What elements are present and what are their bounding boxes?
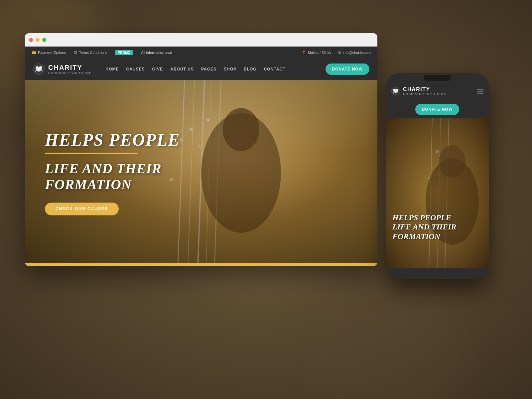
hero-subtitle: LIFE AND THEIR FORMATION	[45, 161, 180, 193]
desktop-browser: 💳 Payment Options ☑ Terms Conditions PRO…	[25, 33, 377, 266]
svg-point-7	[199, 145, 200, 147]
mobile-logo-title: CHARITY	[403, 86, 447, 92]
mobile-donate-button[interactable]: DONATE NOW	[415, 104, 459, 115]
top-info-bar: 💳 Payment Options ☑ Terms Conditions PRO…	[25, 47, 377, 59]
email-item: ✉ info@charity.com	[338, 51, 371, 55]
hero-underline-decoration	[45, 153, 138, 154]
hero-title-line3: FORMATION	[45, 177, 180, 193]
browser-chrome	[25, 33, 377, 47]
terms-conditions-item[interactable]: ☑ Terms Conditions	[74, 51, 107, 55]
nav-blog[interactable]: BLOG	[243, 66, 257, 73]
hero-title-line2: LIFE AND THEIR	[45, 161, 180, 177]
mobile-hero-svg	[386, 118, 489, 268]
mobile-logo-subtitle: NONPROFIT WP THEME	[403, 92, 447, 96]
payment-options-label: Payment Options	[38, 51, 66, 55]
hamburger-menu[interactable]	[477, 89, 483, 93]
hero-content: HELPS PEOPLE LIFE AND THEIR FORMATION CH…	[45, 130, 180, 215]
logo-text: CHARITY NONPROFIT WP THEME	[48, 64, 92, 75]
credit-card-icon: 💳	[32, 51, 36, 55]
location-text: Malibu 453 blv	[308, 51, 332, 55]
logo-title: CHARITY	[48, 64, 92, 71]
nav-pages[interactable]: PAGES	[200, 66, 217, 73]
hero-title-line1: HELPS PEOPLE	[45, 130, 180, 149]
hamburger-line-2	[477, 91, 483, 91]
terms-conditions-label: Terms Conditions	[79, 51, 107, 55]
browser-fullscreen-dot[interactable]	[42, 38, 46, 42]
svg-point-14	[223, 108, 259, 151]
nav-home[interactable]: HOME	[105, 66, 120, 73]
promo-badge: PROMO	[115, 50, 133, 55]
logo[interactable]: CHARITY NONPROFIT WP THEME	[33, 63, 92, 75]
mobile-hero-line2: LIFE AND THEIR	[392, 222, 482, 232]
email-text: info@charity.com	[343, 51, 371, 55]
nav-shop[interactable]: SHOP	[223, 66, 237, 73]
navbar: CHARITY NONPROFIT WP THEME HOME CAUSES G…	[25, 59, 377, 80]
nav-causes[interactable]: CAUSES	[126, 66, 146, 73]
hero-bottom-bar	[25, 263, 377, 266]
mobile-hero-content: HELPS PEOPLE LIFE AND THEIR FORMATION	[392, 213, 482, 241]
logo-subtitle: NONPROFIT WP THEME	[48, 71, 92, 75]
mobile-hero-line3: FORMATION	[392, 232, 482, 241]
hamburger-line-3	[477, 93, 483, 93]
mobile-notch-inner	[424, 75, 451, 81]
nav-about-us[interactable]: ABOUT US	[170, 66, 195, 73]
svg-point-8	[180, 138, 183, 141]
checkbox-icon: ☑	[74, 51, 77, 55]
promo-text: All information avai	[141, 51, 172, 55]
svg-point-23	[439, 145, 466, 178]
mobile-hero: HELPS PEOPLE LIFE AND THEIR FORMATION	[386, 118, 489, 268]
browser-close-dot[interactable]	[29, 38, 33, 42]
mobile-browser: CHARITY NONPROFIT WP THEME DONATE NOW	[386, 73, 489, 279]
hero-section: HELPS PEOPLE LIFE AND THEIR FORMATION CH…	[25, 80, 377, 266]
charity-logo-icon	[33, 63, 45, 75]
top-bar-right: 📍 Malibu 453 blv ✉ info@charity.com	[302, 51, 371, 55]
mobile-logo-text: CHARITY NONPROFIT WP THEME	[403, 86, 447, 96]
mobile-notch	[386, 73, 489, 83]
svg-line-2	[188, 80, 195, 266]
browser-minimize-dot[interactable]	[36, 38, 40, 42]
mobile-donate-wrapper: DONATE NOW	[386, 99, 489, 118]
nav-links: HOME CAUSES GIVE ABOUT US PAGES SHOP BLO…	[105, 66, 319, 73]
nav-give[interactable]: GIVE	[152, 66, 164, 73]
svg-point-9	[206, 118, 210, 122]
hamburger-line-1	[477, 89, 483, 89]
mobile-navbar: CHARITY NONPROFIT WP THEME	[386, 83, 489, 99]
donate-now-button[interactable]: DONATE NOW	[326, 64, 369, 75]
mobile-logo[interactable]: CHARITY NONPROFIT WP THEME	[391, 86, 447, 96]
mobile-charity-logo-icon	[391, 86, 400, 96]
svg-point-19	[436, 150, 439, 153]
svg-point-6	[190, 128, 193, 131]
mobile-content: CHARITY NONPROFIT WP THEME DONATE NOW	[386, 83, 489, 279]
nav-contact[interactable]: CONTACT	[263, 66, 286, 73]
check-causes-button[interactable]: CHECK OUR CAUSES	[45, 203, 119, 215]
email-icon: ✉	[338, 51, 341, 55]
location-icon: 📍	[302, 51, 306, 55]
hero-title: HELPS PEOPLE	[45, 130, 180, 149]
location-item: 📍 Malibu 453 blv	[302, 51, 332, 55]
mobile-hero-title: HELPS PEOPLE LIFE AND THEIR FORMATION	[392, 213, 482, 241]
payment-options-item[interactable]: 💳 Payment Options	[32, 51, 66, 55]
mobile-hero-line1: HELPS PEOPLE	[392, 213, 482, 222]
